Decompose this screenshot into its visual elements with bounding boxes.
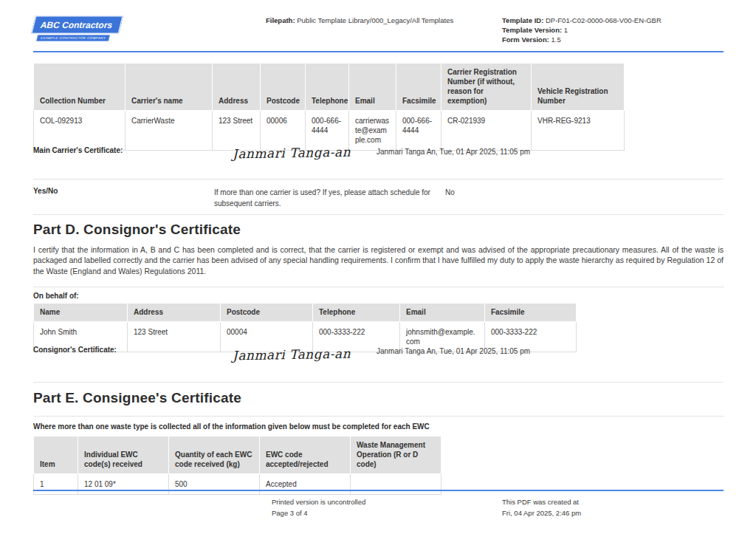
carrier-address: 123 Street bbox=[213, 111, 261, 151]
consignor-address: 123 Street bbox=[128, 322, 221, 352]
section-divider bbox=[33, 287, 724, 287]
ewc-table: Item Individual EWC code(s) received Qua… bbox=[33, 436, 441, 495]
part-e-title: Part E. Consignee's Certificate bbox=[33, 390, 241, 406]
on-behalf-header-facsimile: Facsimile bbox=[485, 304, 577, 322]
ewc-table-header-row: Item Individual EWC code(s) received Qua… bbox=[34, 437, 441, 474]
company-logo: ABC Contractors EXAMPLE CONTRACTOR COMPA… bbox=[33, 16, 121, 41]
section-divider bbox=[33, 382, 724, 383]
carrier-registration-number: CR-021939 bbox=[441, 111, 532, 151]
carrier-table-header-facsimile: Facsimile bbox=[396, 64, 441, 111]
on-behalf-of-label: On behalf of: bbox=[33, 292, 79, 300]
filepath-info: Filepath: Public Template Library/000_Le… bbox=[266, 16, 487, 25]
template-id-label: Template ID: bbox=[502, 16, 543, 24]
carrier-table-header-carrier-registration: Carrier Registration Number (if without,… bbox=[441, 64, 532, 111]
part-d-declaration-text: I certify that the information in A, B a… bbox=[33, 244, 724, 276]
on-behalf-table-header-row: Name Address Postcode Telephone Email Fa… bbox=[34, 304, 577, 322]
carrier-table-header-collection-number: Collection Number bbox=[34, 64, 126, 111]
footer-created-at-label: This PDF was created at bbox=[502, 496, 581, 507]
carrier-collection-number: COL-092913 bbox=[34, 111, 126, 151]
carrier-table-header-telephone: Telephone bbox=[306, 64, 349, 111]
on-behalf-header-telephone: Telephone bbox=[313, 304, 400, 322]
company-logo-title: ABC Contractors bbox=[31, 16, 124, 34]
form-version-label: Form Version: bbox=[502, 35, 549, 44]
header-divider-line bbox=[33, 51, 724, 52]
on-behalf-header-email: Email bbox=[400, 304, 485, 322]
on-behalf-header-address: Address bbox=[128, 304, 221, 322]
pdf-document-page: ABC Contractors EXAMPLE CONTRACTOR COMPA… bbox=[0, 0, 756, 534]
footer-left: Printed version is uncontrolled Page 3 o… bbox=[272, 496, 365, 518]
ewc-header-item: Item bbox=[34, 437, 78, 474]
section-divider bbox=[33, 179, 724, 179]
carrier-name: CarrierWaste bbox=[126, 111, 213, 151]
carrier-table-header-address: Address bbox=[213, 64, 261, 111]
carrier-table: Collection Number Carrier's name Address… bbox=[33, 63, 625, 151]
carrier-table-header-row: Collection Number Carrier's name Address… bbox=[34, 64, 625, 111]
carrier-table-header-email: Email bbox=[349, 64, 396, 111]
footer-page-number: Page 3 of 4 bbox=[272, 507, 365, 518]
carrier-table-header-vehicle-registration: Vehicle Registration Number bbox=[532, 64, 625, 111]
ewc-accepted-status: Accepted bbox=[260, 474, 351, 495]
ewc-header-waste-management-operation: Waste Management Operation (R or D code) bbox=[351, 437, 441, 474]
yes-no-answer: No bbox=[445, 187, 455, 198]
yes-no-question: If more than one carrier is used? If yes… bbox=[214, 187, 450, 209]
consignor-signature: Janmari Tanga-an bbox=[221, 346, 362, 363]
ewc-waste-management-operation bbox=[351, 474, 441, 495]
ewc-quantity: 500 bbox=[169, 474, 260, 495]
footer-uncontrolled-note: Printed version is uncontrolled bbox=[272, 496, 365, 507]
carrier-table-header-carriers-name: Carrier's name bbox=[126, 64, 213, 111]
ewc-code: 12 01 09* bbox=[78, 474, 169, 495]
template-info: Template ID: DP-F01-C02-0000-068-V00-EN-… bbox=[502, 16, 724, 44]
section-divider bbox=[33, 214, 724, 215]
filepath-value: Public Template Library/000_Legacy/All T… bbox=[297, 16, 453, 24]
form-version-value: 1.5 bbox=[551, 35, 561, 44]
on-behalf-table: Name Address Postcode Telephone Email Fa… bbox=[33, 303, 577, 352]
company-logo-subtitle: EXAMPLE CONTRACTOR COMPANY bbox=[36, 35, 110, 41]
part-d-title: Part D. Consignor's Certificate bbox=[33, 222, 241, 238]
template-version-label: Template Version: bbox=[502, 26, 562, 34]
footer-created-at-date: Fri, 04 Apr 2025, 2:46 pm bbox=[502, 507, 581, 518]
consignor-signed-by: Janmari Tanga An, Tue, 01 Apr 2025, 11:0… bbox=[377, 346, 530, 357]
footer-divider-line bbox=[33, 490, 724, 491]
main-carrier-signature: Janmari Tanga-an bbox=[221, 144, 362, 161]
carrier-postcode: 00006 bbox=[261, 111, 306, 151]
form-version-line: Form Version: 1.5 bbox=[502, 35, 724, 44]
main-carrier-certificate-label: Main Carrier's Certificate: bbox=[33, 146, 123, 154]
section-divider bbox=[33, 416, 724, 417]
template-version-line: Template Version: 1 bbox=[502, 25, 724, 35]
filepath-label: Filepath: bbox=[266, 16, 295, 24]
consignor-certificate-label: Consignor's Certificate: bbox=[33, 346, 117, 354]
ewc-table-row: 1 12 01 09* 500 Accepted bbox=[34, 474, 441, 495]
on-behalf-header-postcode: Postcode bbox=[221, 304, 313, 322]
template-id-value: DP-F01-C02-0000-068-V00-EN-GBR bbox=[546, 16, 662, 24]
carrier-table-header-postcode: Postcode bbox=[261, 64, 306, 111]
on-behalf-header-name: Name bbox=[34, 304, 128, 322]
ewc-header-accepted-rejected: EWC code accepted/rejected bbox=[260, 437, 351, 474]
yes-no-label: Yes/No bbox=[33, 187, 58, 195]
ewc-item: 1 bbox=[34, 474, 78, 495]
template-version-value: 1 bbox=[564, 26, 568, 34]
footer-right: This PDF was created at Fri, 04 Apr 2025… bbox=[502, 496, 581, 518]
ewc-header-quantity: Quantity of each EWC code received (kg) bbox=[169, 437, 260, 474]
template-id-line: Template ID: DP-F01-C02-0000-068-V00-EN-… bbox=[502, 16, 724, 25]
main-carrier-signed-by: Janmari Tanga An, Tue, 01 Apr 2025, 11:0… bbox=[377, 146, 530, 157]
vehicle-registration-number: VHR-REG-9213 bbox=[532, 111, 625, 151]
carrier-facsimile: 000-666-4444 bbox=[396, 111, 441, 151]
ewc-header-codes-received: Individual EWC code(s) received bbox=[78, 437, 169, 474]
part-e-note: Where more than one waste type is collec… bbox=[33, 422, 724, 431]
